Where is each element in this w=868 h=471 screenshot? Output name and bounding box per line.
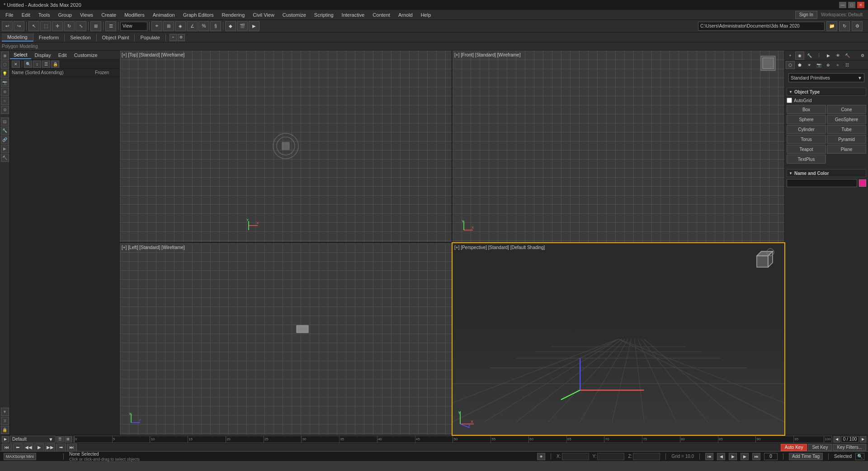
sidebar-display-icon[interactable]: ▤	[1, 118, 9, 126]
track-layers-icon[interactable]: ☰	[57, 436, 64, 443]
se-filter-button[interactable]: 🔍	[24, 61, 32, 68]
browse-button[interactable]: 📁	[826, 21, 837, 31]
viewport-left[interactable]: [+] [Left] [Standard] [Wireframe] Z Y	[120, 243, 452, 435]
refresh-button[interactable]: ↻	[839, 21, 850, 31]
name-color-header[interactable]: Name and Color	[787, 169, 866, 177]
tab-selection[interactable]: Selection	[65, 34, 96, 41]
menu-create[interactable]: Create	[98, 11, 120, 19]
timeline-ruler[interactable]: 0 5 10 15 20 25 30 35 40 45 50 55 60 65 …	[74, 436, 832, 443]
sidebar-motion-icon[interactable]: ▶	[1, 145, 9, 153]
sidebar-lock-icon[interactable]: 🔒	[1, 426, 9, 434]
menu-edit[interactable]: Edit	[18, 11, 34, 19]
y-input[interactable]	[597, 453, 624, 460]
sidebar-helpers-icon[interactable]: ⊕	[1, 88, 9, 96]
rp-hierarchy-icon[interactable]: ⋮	[814, 52, 823, 60]
menu-group[interactable]: Group	[54, 11, 75, 19]
scale-button[interactable]: ⤡	[75, 21, 86, 31]
sidebar-funnel-icon[interactable]: ⧖	[1, 417, 9, 425]
menu-help[interactable]: Help	[417, 11, 435, 19]
layer-manager-button[interactable]: ☰	[105, 21, 116, 31]
se-columns-button[interactable]: ☰	[42, 61, 50, 68]
rp-utility-icon[interactable]: 🔨	[843, 52, 852, 60]
rp-systems-icon[interactable]: ☷	[843, 61, 852, 69]
rp-helpers-icon[interactable]: ⊕	[824, 61, 833, 69]
play-back-button[interactable]: ◀◀	[24, 443, 33, 452]
rp-motion-icon[interactable]: ▶	[824, 52, 833, 60]
se-new-button[interactable]: ✕	[12, 61, 20, 68]
btn-teapot[interactable]: Teapot	[787, 145, 826, 154]
menu-customize[interactable]: Customize	[279, 11, 310, 19]
prev-key-button[interactable]: ⬅	[13, 443, 23, 452]
se-sort-button[interactable]: ↕	[33, 61, 41, 68]
sidebar-lights-icon[interactable]: 💡	[1, 70, 9, 78]
prev-frame-button[interactable]: ◀	[834, 436, 840, 443]
rp-create-icon[interactable]: ◉	[795, 52, 804, 60]
rp-spacewarps-icon[interactable]: ≈	[833, 61, 842, 69]
viewport-front[interactable]: [+] [Front] [Standard] [Wireframe] X Y	[453, 51, 784, 242]
move-button[interactable]: ✛	[52, 21, 63, 31]
menu-content[interactable]: Content	[369, 11, 394, 19]
rp-lights-icon[interactable]: ☀	[805, 61, 814, 69]
spinner-snap[interactable]: §	[210, 21, 221, 31]
btn-textplus[interactable]: TextPlus	[787, 155, 826, 164]
tab-edit[interactable]: Edit	[55, 52, 71, 59]
rotate-button[interactable]: ↻	[64, 21, 75, 31]
sidebar-cameras-icon[interactable]: 📷	[1, 79, 9, 87]
key-filters-button[interactable]: Key Filters...	[833, 444, 866, 451]
search-button[interactable]: 🔍	[855, 453, 864, 460]
sidebar-modify-icon[interactable]: 🔧	[1, 127, 9, 135]
rp-geometry-icon[interactable]: ⬡	[786, 61, 795, 69]
tab-display[interactable]: Display	[31, 52, 55, 59]
select-button[interactable]: ↖	[28, 21, 39, 31]
x-input[interactable]	[562, 453, 589, 460]
time-goto-end[interactable]: ⏭	[752, 453, 760, 460]
redo-button[interactable]: ↪	[14, 21, 24, 31]
current-frame-input[interactable]	[764, 453, 778, 460]
primitive-dropdown[interactable]: Standard Primitives ▼	[788, 73, 864, 82]
rp-modify-icon[interactable]: 🔧	[805, 52, 814, 60]
rp-display-icon[interactable]: 👁	[833, 52, 842, 60]
sidebar-utility-icon[interactable]: 🔨	[1, 154, 9, 162]
auto-key-button[interactable]: Auto Key	[781, 444, 807, 451]
view-input[interactable]	[120, 22, 147, 31]
z-input[interactable]	[633, 453, 660, 460]
autogrid-checkbox[interactable]	[787, 98, 792, 103]
frame-input[interactable]	[841, 436, 859, 443]
rp-cameras-icon[interactable]: 📷	[814, 61, 823, 69]
reference-coord-button[interactable]: ⊞	[90, 21, 101, 31]
menu-modifiers[interactable]: Modifiers	[121, 11, 148, 19]
mirror-button[interactable]: ⫩	[151, 21, 162, 31]
sign-in-button[interactable]: Sign In	[795, 11, 817, 19]
btn-plane[interactable]: Plane	[827, 145, 866, 154]
align-button[interactable]: ⊞	[163, 21, 174, 31]
maximize-button[interactable]: □	[848, 2, 855, 8]
track-options-icon[interactable]: ⊞	[65, 436, 72, 443]
rp-shapes-icon[interactable]: ⬟	[795, 61, 804, 69]
time-goto-start[interactable]: ⏮	[705, 453, 713, 460]
sidebar-systems-icon[interactable]: ⚙	[1, 106, 9, 114]
menu-rendering[interactable]: Rendering	[218, 11, 249, 19]
tab-customize[interactable]: Customize	[71, 52, 101, 59]
btn-cone[interactable]: Cone	[827, 105, 866, 114]
object-type-header[interactable]: Object Type	[787, 88, 866, 96]
next-key-button[interactable]: ➡	[56, 443, 66, 452]
snap-toggle[interactable]: ◈	[175, 21, 186, 31]
tab-object-paint[interactable]: Object Paint	[97, 34, 135, 41]
select-region-button[interactable]: ⬚	[40, 21, 51, 31]
sidebar-shapes-icon[interactable]: ⬡	[1, 61, 9, 69]
track-expand-button[interactable]: ▶	[2, 436, 9, 443]
angle-snap[interactable]: ∠	[187, 21, 198, 31]
viewport-top[interactable]: [+] [Top] [Standard] [Wireframe] X Y	[120, 51, 452, 242]
render-setup-button[interactable]: 🎬	[237, 21, 248, 31]
percent-snap[interactable]: %	[198, 21, 209, 31]
name-input[interactable]	[787, 179, 857, 187]
next-frame-button[interactable]: ▶	[860, 436, 866, 443]
rp-settings-icon[interactable]: ⚙	[858, 52, 867, 60]
menu-interactive[interactable]: Interactive	[338, 11, 368, 19]
tab-populate[interactable]: Populate	[135, 34, 165, 41]
tab-select[interactable]: Select	[10, 51, 31, 59]
sidebar-create-icon[interactable]: ◉	[1, 52, 9, 60]
menu-scripting[interactable]: Scripting	[311, 11, 337, 19]
minimize-button[interactable]: —	[839, 2, 846, 8]
menu-civil-view[interactable]: Civil View	[249, 11, 278, 19]
